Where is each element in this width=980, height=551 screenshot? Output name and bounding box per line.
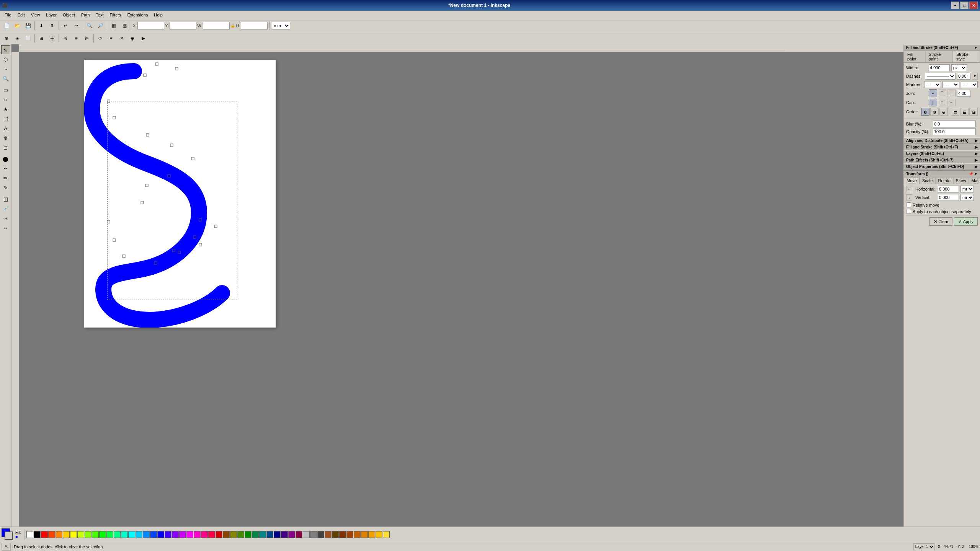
palette-swatch-44[interactable] — [346, 531, 353, 538]
status-tool-icon[interactable]: ↖ — [2, 543, 11, 551]
palette-swatch-42[interactable] — [332, 531, 339, 538]
palette-swatch-30[interactable] — [245, 531, 252, 538]
palette-swatch-18[interactable] — [157, 531, 164, 538]
h-unit-select[interactable]: mmpx — [960, 186, 974, 192]
transform-collapse-icon[interactable]: ▼ — [974, 172, 978, 176]
menu-item-extensions[interactable]: Extensions — [124, 12, 151, 18]
snap-grid-button[interactable]: ⊞ — [36, 33, 46, 43]
import-button[interactable]: ⬇ — [36, 21, 46, 31]
order-btn-5[interactable]: ⬓ — [960, 108, 969, 116]
object-props-header[interactable]: Object Properties (Shift+Ctrl+O) ▶ — [904, 163, 980, 170]
palette-swatch-4[interactable] — [56, 531, 62, 538]
menu-item-filters[interactable]: Filters — [107, 12, 124, 18]
relative-move-checkbox[interactable] — [906, 202, 911, 207]
node-snap-button[interactable]: ✦ — [106, 33, 116, 43]
rect-tool[interactable]: ▭ — [1, 85, 10, 95]
palette-swatch-3[interactable] — [48, 531, 55, 538]
palette-swatch-19[interactable] — [165, 531, 172, 538]
menu-item-edit[interactable]: Edit — [15, 12, 28, 18]
width-input[interactable] — [929, 64, 950, 71]
dashes-offset-input[interactable] — [957, 73, 970, 80]
palette-swatch-13[interactable] — [121, 531, 128, 538]
palette-swatch-27[interactable] — [223, 531, 230, 538]
tab-stroke-paint[interactable]: Stroke paint — [925, 51, 953, 62]
connector-tool[interactable]: ⤳ — [1, 214, 10, 223]
opacity-input[interactable] — [933, 128, 976, 135]
menu-item-file[interactable]: File — [2, 12, 15, 18]
cap-round-btn[interactable]: ⌢ — [947, 99, 956, 106]
text-tool[interactable]: A — [1, 124, 10, 133]
palette-swatch-2[interactable] — [41, 531, 48, 538]
open-button[interactable]: 📂 — [12, 21, 22, 31]
palette-swatch-25[interactable] — [208, 531, 215, 538]
palette-swatch-16[interactable] — [143, 531, 150, 538]
palette-swatch-40[interactable] — [317, 531, 324, 538]
palette-swatch-49[interactable] — [383, 531, 390, 538]
join-bevel-btn[interactable]: ⌟ — [947, 90, 956, 97]
join-limit-input[interactable] — [957, 90, 970, 97]
snap-nodes-button[interactable]: ◈ — [12, 33, 22, 43]
layers-header[interactable]: Layers (Shift+Ctrl+L) ▶ — [904, 150, 980, 157]
spray-tool[interactable]: ⊛ — [1, 133, 10, 142]
snap-button[interactable]: ⊕ — [2, 33, 11, 43]
canvas-area[interactable] — [11, 44, 903, 527]
palette-swatch-24[interactable] — [201, 531, 208, 538]
export-button[interactable]: ⬆ — [47, 21, 57, 31]
order-btn-6[interactable]: ◪ — [969, 108, 978, 116]
palette-swatch-0[interactable] — [26, 531, 33, 538]
path-effects-header[interactable]: Path Effects (Shift+Ctrl+7) ▶ — [904, 157, 980, 163]
menu-item-layer[interactable]: Layer — [43, 12, 60, 18]
layer-select[interactable]: Layer 1 — [913, 543, 935, 550]
apply-button[interactable]: ✔ Apply — [954, 217, 978, 226]
palette-swatch-21[interactable] — [179, 531, 186, 538]
menu-item-help[interactable]: Help — [151, 12, 166, 18]
transform-tab-rotate[interactable]: Rotate — [935, 177, 953, 184]
redo-button[interactable]: ↪ — [71, 21, 81, 31]
palette-swatch-12[interactable] — [114, 531, 121, 538]
palette-swatch-47[interactable] — [368, 531, 375, 538]
palette-swatch-1[interactable] — [34, 531, 41, 538]
palette-swatch-31[interactable] — [252, 531, 259, 538]
palette-swatch-9[interactable] — [92, 531, 99, 538]
palette-swatch-14[interactable] — [128, 531, 135, 538]
selector-tool[interactable]: ↖ — [1, 45, 10, 54]
palette-swatch-45[interactable] — [354, 531, 361, 538]
palette-swatch-20[interactable] — [172, 531, 179, 538]
ungroup-button[interactable]: ▧ — [119, 21, 129, 31]
pen-tool[interactable]: ✏ — [1, 173, 10, 183]
calligraphy-tool[interactable]: ✒ — [1, 164, 10, 173]
palette-swatch-7[interactable] — [77, 531, 84, 538]
palette-swatch-39[interactable] — [310, 531, 317, 538]
delete-button[interactable]: ✕ — [117, 33, 127, 43]
zoom-out-button[interactable]: 🔎 — [95, 21, 105, 31]
join-round-btn[interactable]: ⌒ — [938, 90, 946, 97]
w-input[interactable] — [203, 22, 230, 29]
order-fill-over-btn[interactable]: ◒ — [939, 108, 948, 116]
palette-swatch-23[interactable] — [194, 531, 201, 538]
tweak-tool[interactable]: ~ — [1, 64, 10, 73]
palette-swatch-48[interactable] — [376, 531, 382, 538]
dashes-select[interactable]: —————— - - - - - · · · · · — [925, 73, 956, 80]
x-input[interactable] — [137, 22, 164, 29]
clear-button[interactable]: ✕ Clear — [929, 217, 952, 226]
snap-bbox-button[interactable]: ⬜ — [23, 33, 33, 43]
close-button[interactable]: ✕ — [969, 2, 978, 9]
palette-swatch-17[interactable] — [150, 531, 157, 538]
align-center-button[interactable]: ≡ — [71, 33, 81, 43]
order-stroke-over-btn[interactable]: ◑ — [930, 108, 939, 116]
dropper-tool[interactable]: 💉 — [1, 204, 10, 213]
palette-swatch-33[interactable] — [266, 531, 273, 538]
dashes-more-btn[interactable]: ▼ — [972, 73, 978, 80]
palette-swatch-29[interactable] — [237, 531, 244, 538]
palette-swatch-43[interactable] — [339, 531, 346, 538]
palette-swatch-28[interactable] — [230, 531, 237, 538]
cap-butt-btn[interactable]: | — [929, 99, 937, 106]
palette-swatch-22[interactable] — [186, 531, 193, 538]
fill-stroke-panel-header[interactable]: Fill and Stroke (Shift+Ctrl+F) ▼ — [904, 44, 980, 51]
palette-swatch-37[interactable] — [296, 531, 302, 538]
palette-swatch-5[interactable] — [63, 531, 70, 538]
horizontal-input[interactable] — [938, 186, 959, 192]
measure-tool[interactable]: ↔ — [1, 223, 10, 232]
palette-swatch-11[interactable] — [106, 531, 113, 538]
palette-swatch-8[interactable] — [85, 531, 91, 538]
